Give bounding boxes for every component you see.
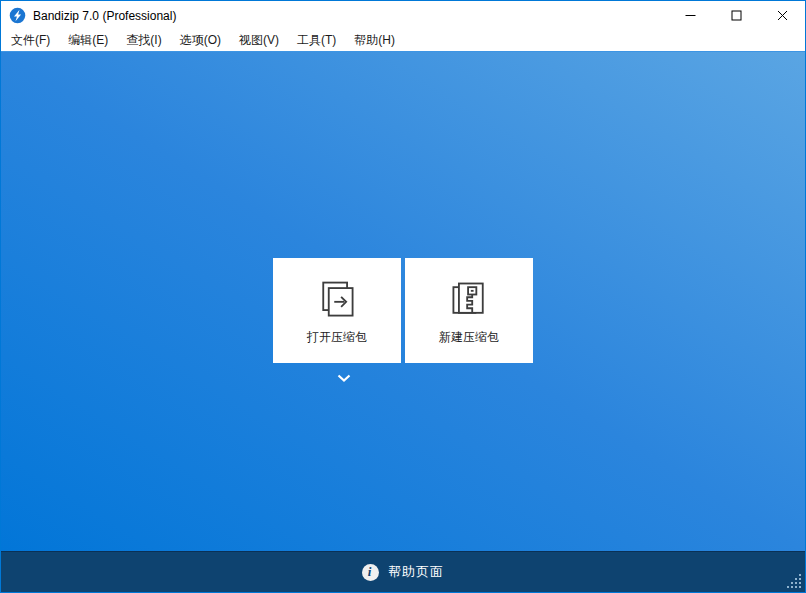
title-bar: Bandizip 7.0 (Professional) bbox=[1, 1, 805, 30]
maximize-button[interactable] bbox=[713, 1, 759, 30]
menu-view[interactable]: 视图(V) bbox=[230, 29, 288, 52]
help-bar[interactable]: i 帮助页面 bbox=[1, 551, 805, 592]
menu-help[interactable]: 帮助(H) bbox=[345, 29, 404, 52]
caption-buttons bbox=[667, 1, 805, 30]
minimize-button[interactable] bbox=[667, 1, 713, 30]
chevron-down-icon bbox=[337, 374, 351, 383]
open-archive-label: 打开压缩包 bbox=[307, 331, 367, 343]
menu-find[interactable]: 查找(I) bbox=[117, 29, 170, 52]
minimize-icon bbox=[685, 10, 696, 21]
menu-options[interactable]: 选项(O) bbox=[171, 29, 230, 52]
window-title: Bandizip 7.0 (Professional) bbox=[33, 9, 176, 23]
info-icon: i bbox=[362, 564, 379, 581]
new-archive-icon bbox=[447, 278, 491, 322]
menu-bar: 文件(F) 编辑(E) 查找(I) 选项(O) 视图(V) 工具(T) 帮助(H… bbox=[1, 30, 805, 51]
new-archive-label: 新建压缩包 bbox=[439, 331, 499, 343]
maximize-icon bbox=[731, 10, 742, 21]
menu-edit[interactable]: 编辑(E) bbox=[59, 29, 117, 52]
open-archive-card[interactable]: 打开压缩包 bbox=[273, 258, 401, 363]
resize-grip-icon[interactable] bbox=[787, 574, 802, 589]
action-cards: 打开压缩包 新建压缩包 bbox=[273, 258, 533, 363]
menu-file[interactable]: 文件(F) bbox=[2, 29, 59, 52]
new-archive-card[interactable]: 新建压缩包 bbox=[405, 258, 533, 363]
close-button[interactable] bbox=[759, 1, 805, 30]
drop-zone[interactable]: 打开压缩包 新建压缩包 bbox=[1, 51, 805, 551]
close-icon bbox=[777, 10, 788, 21]
bandizip-window: Bandizip 7.0 (Professional) 文件(F) 编辑(E) … bbox=[0, 0, 806, 593]
recent-archives-toggle[interactable] bbox=[330, 370, 358, 386]
menu-tools[interactable]: 工具(T) bbox=[288, 29, 345, 52]
bandizip-logo-icon bbox=[9, 7, 26, 24]
open-archive-icon bbox=[315, 278, 359, 322]
help-page-label: 帮助页面 bbox=[388, 563, 444, 581]
